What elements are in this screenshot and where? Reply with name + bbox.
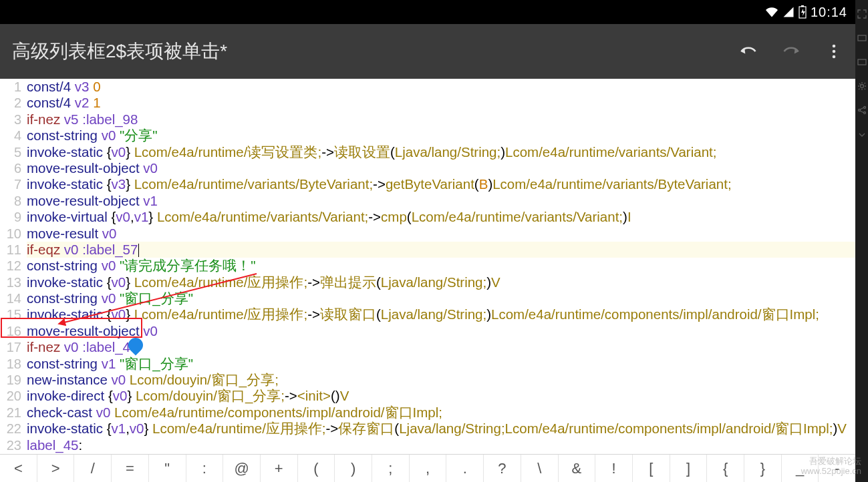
svg-point-3 bbox=[833, 50, 836, 53]
line-number: 6 bbox=[0, 160, 21, 176]
svg-rect-5 bbox=[858, 35, 866, 41]
code-line[interactable]: invoke-virtual {v0,v1} Lcom/e4a/runtime/… bbox=[27, 209, 855, 225]
line-number: 2 bbox=[0, 95, 21, 111]
line-number: 16 bbox=[0, 323, 21, 339]
android-status-bar: 10:14 bbox=[0, 0, 855, 24]
line-number: 5 bbox=[0, 144, 21, 160]
code-line[interactable]: invoke-static {v0} Lcom/e4a/runtime/读写设置… bbox=[27, 144, 855, 160]
battery-charging-icon bbox=[799, 5, 807, 19]
code-line[interactable]: move-result-object v0 bbox=[27, 160, 855, 176]
code-line[interactable]: new-instance v0 Lcom/douyin/窗口_分享; bbox=[27, 372, 855, 388]
symbol-key[interactable]: \ bbox=[521, 455, 559, 482]
code-line[interactable]: const/4 v2 1 bbox=[27, 95, 855, 111]
line-number: 12 bbox=[0, 258, 21, 274]
line-number: 17 bbox=[0, 339, 21, 355]
code-line[interactable]: label_45: bbox=[27, 437, 855, 453]
symbol-key[interactable]: " bbox=[149, 455, 186, 482]
status-time: 10:14 bbox=[811, 5, 847, 20]
symbol-key[interactable]: = bbox=[112, 455, 149, 482]
code-line[interactable]: if-nez v5 :label_98 bbox=[27, 111, 855, 128]
symbol-key[interactable]: ] bbox=[670, 455, 708, 482]
svg-point-4 bbox=[833, 55, 836, 59]
symbol-key[interactable]: / bbox=[74, 455, 112, 482]
code-line[interactable]: invoke-direct {v0} Lcom/douyin/窗口_分享;-><… bbox=[27, 388, 855, 404]
code-line[interactable]: const-string v0 "请完成分享任务哦！" bbox=[27, 258, 855, 274]
line-number: 14 bbox=[0, 290, 21, 306]
screenshot-viewer-toolbar bbox=[855, 0, 868, 482]
code-line[interactable]: invoke-static {v0} Lcom/e4a/runtime/应用操作… bbox=[27, 274, 855, 290]
code-line[interactable]: const-string v0 "窗口_分享" bbox=[27, 290, 855, 306]
code-line[interactable]: invoke-static {v3} Lcom/e4a/runtime/vari… bbox=[27, 176, 855, 192]
symbol-key[interactable]: } bbox=[744, 455, 782, 482]
symbol-key[interactable]: [ bbox=[633, 455, 670, 482]
document-title: 高级列表框2$表项被单击* bbox=[12, 39, 227, 64]
share-icon[interactable] bbox=[857, 105, 867, 115]
line-number: 10 bbox=[0, 226, 21, 242]
line-number: 8 bbox=[0, 193, 21, 209]
rect-icon-2[interactable] bbox=[857, 57, 867, 67]
symbol-key[interactable]: ? bbox=[484, 455, 521, 482]
code-line[interactable]: if-eqz v0 :label_57 bbox=[27, 242, 855, 258]
symbol-key[interactable]: ( bbox=[298, 455, 335, 482]
symbol-key[interactable]: { bbox=[707, 455, 744, 482]
symbol-key[interactable]: < bbox=[0, 455, 37, 482]
symbol-key[interactable]: _ bbox=[782, 455, 819, 482]
app-toolbar: 高级列表框2$表项被单击* bbox=[0, 24, 855, 79]
svg-rect-6 bbox=[858, 59, 866, 65]
symbol-key[interactable]: ! bbox=[595, 455, 633, 482]
down-icon[interactable] bbox=[857, 130, 867, 139]
symbol-keyboard-row: <>/=":@+();,.?\&![]{}_- bbox=[0, 454, 855, 482]
line-number: 7 bbox=[0, 176, 21, 192]
overflow-menu-button[interactable] bbox=[825, 42, 843, 61]
svg-rect-1 bbox=[801, 5, 804, 7]
wifi-icon bbox=[765, 6, 778, 18]
rect-icon[interactable] bbox=[857, 33, 867, 43]
line-number: 21 bbox=[0, 405, 21, 421]
symbol-key[interactable]: . bbox=[446, 455, 484, 482]
line-number: 20 bbox=[0, 388, 21, 404]
symbol-key[interactable]: @ bbox=[223, 455, 261, 482]
code-line[interactable]: check-cast v0 Lcom/e4a/runtime/component… bbox=[27, 405, 855, 421]
code-line[interactable]: invoke-static {v1,v0} Lcom/e4a/runtime/应… bbox=[27, 421, 855, 437]
code-line[interactable]: const-string v0 "分享" bbox=[27, 128, 855, 144]
signal-icon bbox=[782, 6, 794, 18]
symbol-key[interactable]: ; bbox=[372, 455, 410, 482]
line-number: 22 bbox=[0, 421, 21, 437]
symbol-key[interactable]: & bbox=[559, 455, 596, 482]
code-line[interactable]: const-string v1 "窗口_分享" bbox=[27, 356, 855, 372]
redo-button[interactable] bbox=[782, 42, 801, 61]
gear-icon[interactable] bbox=[857, 81, 867, 91]
code-line[interactable]: move-result-object v0 bbox=[27, 323, 855, 339]
code-line[interactable]: move-result-object v1 bbox=[27, 193, 855, 209]
symbol-key[interactable]: , bbox=[410, 455, 447, 482]
code-line[interactable]: invoke-static {v0} Lcom/e4a/runtime/应用操作… bbox=[27, 306, 855, 322]
symbol-key[interactable]: ) bbox=[335, 455, 372, 482]
line-number: 9 bbox=[0, 209, 21, 225]
code-editor[interactable]: 1234567891011121314151617181920212223 co… bbox=[0, 79, 855, 454]
code-line[interactable]: const/4 v3 0 bbox=[27, 79, 855, 95]
line-number: 11 bbox=[0, 242, 21, 258]
code-line[interactable]: if-nez v0 :label_45 bbox=[27, 339, 855, 355]
svg-point-7 bbox=[860, 85, 863, 88]
line-number: 13 bbox=[0, 274, 21, 290]
symbol-key[interactable]: - bbox=[819, 455, 855, 482]
svg-point-2 bbox=[833, 45, 836, 48]
code-content[interactable]: const/4 v3 0const/4 v2 1if-nez v5 :label… bbox=[27, 79, 855, 453]
symbol-key[interactable]: + bbox=[261, 455, 298, 482]
line-number: 18 bbox=[0, 356, 21, 372]
expand-icon[interactable] bbox=[857, 9, 867, 19]
line-number-gutter: 1234567891011121314151617181920212223 bbox=[0, 79, 24, 453]
code-line[interactable]: move-result v0 bbox=[27, 226, 855, 242]
symbol-key[interactable]: > bbox=[37, 455, 75, 482]
undo-button[interactable] bbox=[739, 42, 758, 61]
line-number: 15 bbox=[0, 306, 21, 322]
line-number: 4 bbox=[0, 128, 21, 144]
line-number: 1 bbox=[0, 79, 21, 95]
line-number: 3 bbox=[0, 111, 21, 128]
line-number: 23 bbox=[0, 437, 21, 453]
symbol-key[interactable]: : bbox=[186, 455, 224, 482]
line-number: 19 bbox=[0, 372, 21, 388]
